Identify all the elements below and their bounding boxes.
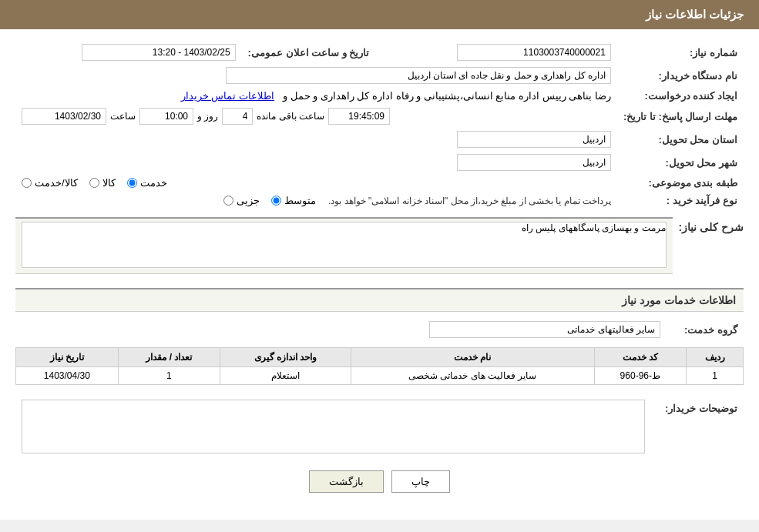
radio-small[interactable] bbox=[223, 196, 233, 206]
city-input[interactable] bbox=[457, 154, 611, 171]
radio-goods-item: کالا bbox=[89, 177, 116, 189]
buttons-row: چاپ بازگشت bbox=[15, 470, 744, 493]
buyer-notes-input[interactable] bbox=[22, 400, 645, 453]
col-date: تاریخ نیاز bbox=[16, 348, 119, 367]
services-table-head: ردیف کد خدمت نام خدمت واحد اندازه گیری ت… bbox=[16, 348, 744, 367]
info-table: شماره نیاز: تاریخ و ساعت اعلان عمومی: نا… bbox=[15, 41, 744, 209]
creator-link[interactable]: اطلاعات تماس خریدار bbox=[181, 90, 274, 102]
cell-row-num: 1 bbox=[687, 367, 744, 385]
creator-text: رضا بناهی رییس اداره منابع انسانی،پشتیبا… bbox=[283, 90, 611, 102]
purchase-type-value: پرداخت تمام یا بخشی از مبلغ خرید،از محل … bbox=[15, 192, 617, 209]
city-value bbox=[15, 151, 617, 174]
radio-goodsservice[interactable] bbox=[22, 178, 32, 188]
radio-service[interactable] bbox=[127, 178, 137, 188]
need-description-section: شرح کلی نیاز: مرمت و بهسازی پاسگاههای پل… bbox=[15, 217, 744, 280]
category-options: خدمت کالا کالا/خدمت bbox=[15, 174, 617, 192]
purchase-type-row: پرداخت تمام یا بخشی از مبلغ خرید،از محل … bbox=[22, 195, 611, 206]
services-section-title: اطلاعات خدمات مورد نیاز bbox=[15, 288, 744, 312]
province-value bbox=[15, 128, 617, 151]
cell-date: 1403/04/30 bbox=[16, 367, 119, 385]
deadline-time-input[interactable] bbox=[139, 108, 193, 125]
services-table-body: 1 ط-96-960 سایر فعالیت های خدماتی شخصی ا… bbox=[16, 367, 744, 385]
row-purchase-type: نوع فرآیند خرید : پرداخت تمام یا بخشی از… bbox=[15, 192, 744, 209]
services-table: ردیف کد خدمت نام خدمت واحد اندازه گیری ت… bbox=[15, 347, 744, 385]
deadline-remaining-input[interactable] bbox=[328, 108, 390, 125]
col-unit: واحد اندازه گیری bbox=[220, 348, 351, 367]
need-number-label: شماره نیاز: bbox=[617, 41, 744, 64]
row-service-group: گروه خدمت: bbox=[15, 318, 744, 341]
page-title: جزئیات اطلاعات نیاز bbox=[646, 8, 744, 21]
radio-goodsservice-label: کالا/خدمت bbox=[35, 177, 78, 189]
row-city: شهر محل تحویل: bbox=[15, 151, 744, 174]
cell-service-code: ط-96-960 bbox=[594, 367, 686, 385]
province-input[interactable] bbox=[457, 131, 611, 148]
service-group-table: گروه خدمت: bbox=[15, 318, 744, 341]
announce-date-label: تاریخ و ساعت اعلان عمومی: bbox=[242, 41, 376, 64]
row-creator: ایجاد کننده درخواست: رضا بناهی رییس ادار… bbox=[15, 87, 744, 105]
radio-medium-label: متوسط bbox=[284, 195, 316, 206]
deadline-days-input[interactable] bbox=[222, 108, 253, 125]
col-row-num: ردیف bbox=[687, 348, 744, 367]
radio-service-item: خدمت bbox=[127, 177, 167, 189]
col-quantity: تعداد / مقدار bbox=[118, 348, 220, 367]
page-wrapper: جزئیات اطلاعات نیاز شماره نیاز: تاریخ و … bbox=[0, 0, 759, 520]
cell-unit: استعلام bbox=[220, 367, 351, 385]
deadline-row: ساعت باقی مانده روز و ساعت bbox=[22, 108, 611, 125]
content-area: شماره نیاز: تاریخ و ساعت اعلان عمومی: نا… bbox=[0, 29, 759, 520]
purchase-type-label: نوع فرآیند خرید : bbox=[617, 192, 744, 209]
table-row: 1 ط-96-960 سایر فعالیت های خدماتی شخصی ا… bbox=[16, 367, 744, 385]
need-description-input[interactable]: مرمت و بهسازی پاسگاههای پلیس راه bbox=[22, 222, 667, 268]
cell-quantity: 1 bbox=[118, 367, 220, 385]
row-category: طبقه بندی موضوعی: خدمت کالا کالا/خدمت bbox=[15, 174, 744, 192]
purchase-radio-group: متوسط جزیی bbox=[223, 195, 316, 206]
print-button[interactable]: چاپ bbox=[391, 470, 450, 493]
radio-goods-label: کالا bbox=[102, 177, 116, 189]
city-label: شهر محل تحویل: bbox=[617, 151, 744, 174]
province-label: استان محل تحویل: bbox=[617, 128, 744, 151]
radio-small-item: جزیی bbox=[223, 195, 260, 206]
back-button[interactable]: بازگشت bbox=[309, 470, 384, 493]
purchase-type-note: پرداخت تمام یا بخشی از مبلغ خرید،از محل … bbox=[328, 196, 611, 206]
need-description-section-label: شرح کلی نیاز: bbox=[679, 217, 744, 237]
col-service-name: نام خدمت bbox=[351, 348, 595, 367]
need-number-input[interactable] bbox=[457, 44, 611, 61]
row-need-number: شماره نیاز: تاریخ و ساعت اعلان عمومی: bbox=[15, 41, 744, 64]
row-deadline: مهلت ارسال پاسخ: تا تاریخ: ساعت باقی مان… bbox=[15, 105, 744, 128]
announce-date-value bbox=[15, 41, 242, 64]
buyer-notes-label: توضیحات خریدار: bbox=[651, 396, 744, 459]
radio-small-label: جزیی bbox=[237, 195, 260, 206]
category-label: طبقه بندی موضوعی: bbox=[617, 174, 744, 192]
buyer-org-value bbox=[15, 64, 617, 87]
radio-medium[interactable] bbox=[271, 196, 281, 206]
buyer-org-label: نام دستگاه خریدار: bbox=[617, 64, 744, 87]
need-number-value bbox=[391, 41, 617, 64]
service-group-label: گروه خدمت: bbox=[667, 318, 744, 341]
radio-medium-item: متوسط bbox=[271, 195, 316, 206]
row-province: استان محل تحویل: bbox=[15, 128, 744, 151]
category-radio-group: خدمت کالا کالا/خدمت bbox=[22, 177, 611, 189]
deadline-value: ساعت باقی مانده روز و ساعت bbox=[15, 105, 617, 128]
buyer-org-input[interactable] bbox=[226, 67, 611, 84]
announce-date-input[interactable] bbox=[82, 44, 236, 61]
need-description-header: مرمت و بهسازی پاسگاههای پلیس راه bbox=[15, 217, 673, 274]
page-header: جزئیات اطلاعات نیاز bbox=[0, 0, 759, 29]
deadline-label: مهلت ارسال پاسخ: تا تاریخ: bbox=[617, 105, 744, 128]
service-group-value bbox=[15, 318, 667, 341]
cell-service-name: سایر فعالیت های خدماتی شخصی bbox=[351, 367, 595, 385]
service-group-input[interactable] bbox=[429, 321, 660, 338]
remaining-label: ساعت باقی مانده bbox=[257, 111, 324, 122]
radio-goodsservice-item: کالا/خدمت bbox=[22, 177, 78, 189]
day-label: روز و bbox=[197, 111, 218, 122]
services-table-header-row: ردیف کد خدمت نام خدمت واحد اندازه گیری ت… bbox=[16, 348, 744, 367]
col-service-code: کد خدمت bbox=[594, 348, 686, 367]
radio-service-label: خدمت bbox=[140, 177, 167, 189]
creator-label: ایجاد کننده درخواست: bbox=[617, 87, 744, 105]
creator-value: رضا بناهی رییس اداره منابع انسانی،پشتیبا… bbox=[15, 87, 617, 105]
need-description-container: مرمت و بهسازی پاسگاههای پلیس راه bbox=[15, 217, 673, 280]
radio-goods[interactable] bbox=[89, 178, 99, 188]
row-buyer-org: نام دستگاه خریدار: bbox=[15, 64, 744, 87]
row-buyer-notes: توضیحات خریدار: bbox=[15, 396, 744, 459]
deadline-date-input[interactable] bbox=[22, 108, 106, 125]
buyer-notes-value bbox=[15, 396, 651, 459]
buyer-notes-table: توضیحات خریدار: bbox=[15, 396, 744, 459]
